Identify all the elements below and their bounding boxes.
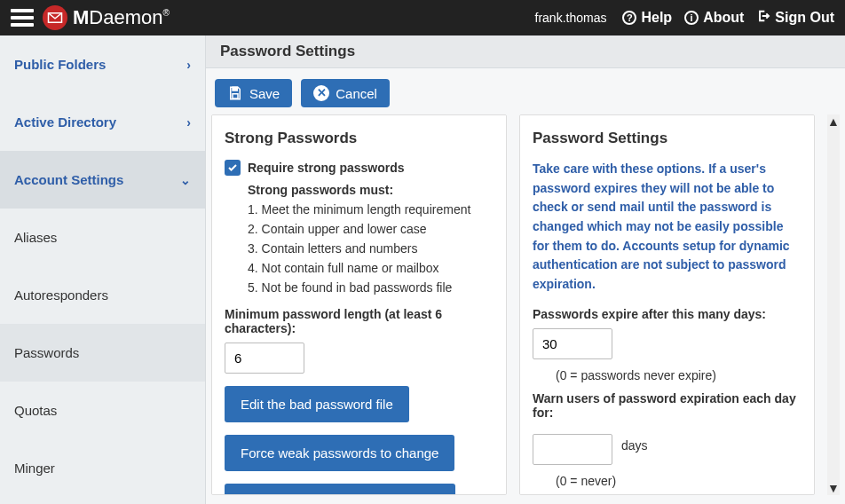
sidebar-group-public-folders[interactable]: Public Folders › — [0, 35, 205, 93]
warn-label: Warn users of password expiration each d… — [533, 391, 802, 420]
sidebar-item-quotas[interactable]: Quotas — [0, 382, 205, 439]
strong-rule: 2. Contain upper and lower case — [248, 222, 494, 236]
strong-rule: 1. Meet the minimum length requirement — [248, 202, 494, 217]
page-title: Password Settings — [206, 35, 845, 68]
sidebar-item-minger[interactable]: Minger — [0, 439, 205, 497]
strong-must-label: Strong passwords must: — [248, 183, 494, 197]
sidebar-item-label: Minger — [14, 461, 55, 476]
menu-icon[interactable] — [11, 5, 34, 30]
sidebar-group-label: Account Settings — [14, 172, 123, 187]
signout-icon — [756, 9, 770, 27]
password-settings-panel: Password Settings Take care with these o… — [519, 114, 815, 495]
cancel-icon: ✕ — [313, 85, 329, 101]
password-settings-heading: Password Settings — [533, 130, 802, 147]
minlen-input[interactable] — [225, 343, 304, 374]
scroll-down-icon[interactable]: ▼ — [827, 481, 840, 495]
force-weak-button[interactable]: Force weak passwords to change — [225, 435, 454, 471]
help-link[interactable]: ? Help — [622, 10, 672, 26]
strong-passwords-heading: Strong Passwords — [225, 130, 494, 147]
save-icon — [227, 85, 243, 101]
require-strong-checkbox[interactable] — [225, 160, 241, 176]
help-label: Help — [641, 10, 672, 26]
svg-rect-1 — [233, 94, 238, 98]
sidebar-item-aliases[interactable]: Aliases — [0, 209, 205, 266]
about-link[interactable]: i About — [684, 10, 744, 26]
about-label: About — [703, 10, 744, 26]
chevron-down-icon: ⌄ — [180, 173, 191, 187]
brand-text: MDaemon® — [73, 6, 170, 29]
warn-unit: days — [621, 438, 648, 453]
expire-label: Passwords expire after this many days: — [533, 307, 802, 321]
sidebar-item-passwords[interactable]: Passwords — [0, 324, 205, 382]
svg-rect-0 — [233, 87, 237, 91]
cancel-label: Cancel — [336, 86, 377, 101]
info-icon: i — [684, 11, 699, 25]
help-icon: ? — [622, 11, 636, 25]
sidebar-item-autoresponders[interactable]: Autoresponders — [0, 266, 205, 324]
sidebar-group-label: Public Folders — [14, 57, 106, 72]
minlen-label: Minimum password length (at least 6 char… — [225, 307, 494, 335]
save-label: Save — [249, 86, 280, 101]
warn-hint: (0 = never) — [556, 474, 802, 488]
generate-report-button[interactable]: Generate Weak Password Report — [225, 484, 455, 495]
brand-mark-icon — [43, 5, 67, 30]
expire-hint: (0 = passwords never expire) — [556, 368, 802, 382]
strong-rule: 4. Not contain full name or mailbox — [248, 261, 494, 275]
signout-link[interactable]: Sign Out — [756, 9, 834, 27]
signout-label: Sign Out — [775, 10, 834, 26]
content-scrollbar[interactable]: ▲ ▼ — [827, 114, 840, 495]
expire-days-input[interactable] — [533, 328, 612, 359]
sidebar-group-account-settings[interactable]: Account Settings ⌄ — [0, 151, 205, 209]
cancel-button[interactable]: ✕ Cancel — [301, 79, 390, 107]
strong-rule: 5. Not be found in bad passwords file — [248, 280, 494, 295]
password-settings-warning: Take care with these options. If a user'… — [533, 160, 802, 295]
strong-passwords-panel: Strong Passwords Require strong password… — [211, 114, 507, 495]
sidebar-group-label: Active Directory — [14, 114, 116, 130]
sidebar-item-label: Quotas — [14, 403, 57, 418]
brand-logo-area: MDaemon® — [43, 5, 170, 30]
sidebar-item-label: Autoresponders — [14, 287, 108, 303]
warn-days-input[interactable] — [533, 434, 612, 465]
chevron-right-icon: › — [186, 58, 191, 72]
strong-rule: 3. Contain letters and numbers — [248, 241, 494, 256]
sidebar-item-label: Passwords — [14, 345, 79, 360]
require-strong-label: Require strong passwords — [248, 161, 405, 175]
sidebar-group-active-directory[interactable]: Active Directory › — [0, 93, 205, 151]
scroll-up-icon[interactable]: ▲ — [827, 114, 840, 129]
sidebar[interactable]: Public Folders › Active Directory › Acco… — [0, 35, 206, 504]
save-button[interactable]: Save — [215, 79, 292, 107]
strong-rules-list: 1. Meet the minimum length requirement 2… — [248, 202, 494, 295]
current-user: frank.thomas — [535, 11, 607, 25]
sidebar-item-label: Aliases — [14, 230, 57, 245]
edit-bad-password-button[interactable]: Edit the bad password file — [225, 386, 409, 422]
chevron-right-icon: › — [186, 115, 191, 130]
